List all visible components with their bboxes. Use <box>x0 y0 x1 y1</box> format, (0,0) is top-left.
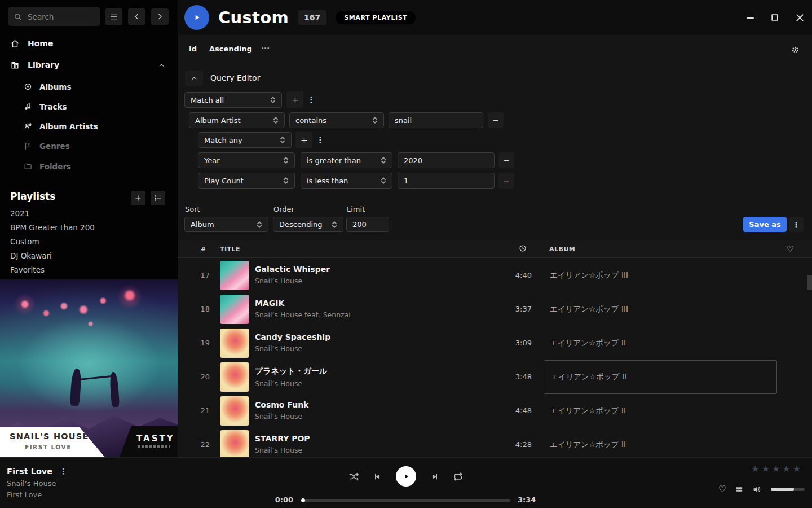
root-match-select[interactable]: Match all <box>184 92 282 108</box>
track-album[interactable]: エイリアン☆ポップ II <box>544 326 777 360</box>
playlist-item[interactable]: BPM Greater than 200 <box>0 221 178 235</box>
table-row[interactable]: 22 STARRY POP Snail’s House 4:28 エイリアン☆ポ… <box>178 428 812 457</box>
save-as-button[interactable]: Save as <box>743 217 787 232</box>
now-playing-artwork[interactable]: SNAIL'S HOUSE FIRST LOVE TASTY <box>0 279 178 457</box>
rule-field-select[interactable]: Year <box>198 152 295 168</box>
maximize-icon[interactable] <box>770 13 779 22</box>
track-album[interactable]: エイリアン☆ポップ III <box>544 259 777 292</box>
now-playing-album[interactable]: First Love <box>7 491 42 499</box>
rule-operator-select[interactable]: is less than <box>301 173 392 189</box>
column-album[interactable]: ALBUM <box>549 246 575 253</box>
group-menu-icon[interactable]: ⋮ <box>315 132 325 148</box>
playlist-item[interactable]: Favorites <box>0 263 178 277</box>
remove-rule-button[interactable]: − <box>498 173 514 189</box>
rule-field-select[interactable]: Album Artist <box>189 112 285 128</box>
table-row[interactable]: 21 Cosmo Funk Snail’s House 4:48 エイリアン☆ポ… <box>178 394 812 428</box>
add-playlist-button[interactable] <box>131 191 145 205</box>
track-artist[interactable]: Snail’s House <box>255 446 310 454</box>
table-row[interactable]: 17 Galactic Whisper Snail’s House 4:40 エ… <box>178 259 812 292</box>
rule-value-input[interactable] <box>398 173 495 189</box>
playlist-item[interactable]: 2021 <box>0 207 178 221</box>
album-thumbnail[interactable] <box>220 430 249 457</box>
table-row[interactable]: 19 Candy Spaceship Snail’s House 3:09 エイ… <box>178 326 812 360</box>
sidebar-item-folders[interactable]: Folders <box>0 159 178 173</box>
queue-icon[interactable] <box>735 485 744 494</box>
scrollbar-thumb[interactable] <box>807 275 812 290</box>
track-title[interactable]: STARRY POP <box>255 434 310 443</box>
rule-operator-select[interactable]: contains <box>289 112 384 128</box>
track-artist[interactable]: Snail’s House <box>255 277 330 285</box>
track-album[interactable]: エイリアン☆ポップ II <box>544 394 777 428</box>
track-artist[interactable]: Snail’s House feat. Sennzai <box>255 310 351 319</box>
save-menu-icon[interactable]: ⋮ <box>789 217 804 232</box>
rule-group-menu-icon[interactable]: ⋮ <box>306 91 316 108</box>
rule-value-input[interactable] <box>389 112 483 128</box>
star-icon[interactable]: ★ <box>772 463 782 474</box>
sort-order-button[interactable]: Ascending <box>209 45 252 53</box>
track-album[interactable]: エイリアン☆ポップ II <box>544 428 777 457</box>
more-options-icon[interactable]: ⋯ <box>261 43 270 54</box>
duration-column-clock-icon[interactable] <box>519 244 527 252</box>
album-thumbnail[interactable] <box>220 329 249 358</box>
group-match-select[interactable]: Match any <box>198 132 292 148</box>
seek-knob[interactable] <box>301 498 305 502</box>
favorite-column-heart-icon[interactable]: ♡ <box>787 244 794 253</box>
sidebar-item-library[interactable]: Library <box>0 57 178 73</box>
play-button[interactable] <box>396 466 416 487</box>
track-artist[interactable]: Snail’s House <box>255 412 308 421</box>
album-thumbnail[interactable] <box>220 362 249 392</box>
repeat-icon[interactable] <box>453 471 464 482</box>
sidebar-item-tracks[interactable]: Tracks <box>0 99 178 113</box>
album-thumbnail[interactable] <box>220 261 249 290</box>
sidebar-item-home[interactable]: Home <box>0 36 178 51</box>
volume-icon[interactable] <box>752 484 762 494</box>
remove-rule-button[interactable]: − <box>488 112 504 128</box>
table-row[interactable]: 20 プラネット・ガール Snail’s House 3:48 エイリアン☆ポッ… <box>178 360 812 394</box>
search-input[interactable]: Search <box>8 7 100 26</box>
star-icon[interactable]: ★ <box>762 463 772 474</box>
add-rule-button[interactable] <box>286 91 303 108</box>
playlist-item[interactable]: Custom <box>0 235 178 249</box>
playlist-item[interactable]: DJ Okawari <box>0 249 178 263</box>
track-album[interactable]: エイリアン☆ポップ II <box>544 360 777 394</box>
column-title[interactable]: TITLE <box>220 246 240 253</box>
table-row[interactable]: 18 MAGIK Snail’s House feat. Sennzai 3:3… <box>178 292 812 326</box>
sidebar-item-albums[interactable]: Albums <box>0 80 178 94</box>
playlist-list-icon[interactable] <box>151 191 165 205</box>
query-editor-collapse-button[interactable] <box>185 71 203 86</box>
nav-forward-button[interactable] <box>151 8 169 25</box>
sidebar-item-album-artists[interactable]: Album Artists <box>0 119 178 133</box>
sort-select[interactable]: Album <box>184 217 268 232</box>
favorite-heart-icon[interactable]: ♡ <box>718 484 726 494</box>
track-artist[interactable]: Snail’s House <box>255 379 327 388</box>
track-album[interactable]: エイリアン☆ポップ III <box>544 292 777 326</box>
track-artist[interactable]: Snail’s House <box>255 344 330 353</box>
seek-slider[interactable] <box>302 499 510 502</box>
track-title[interactable]: プラネット・ガール <box>255 366 327 376</box>
minimize-icon[interactable] <box>745 13 754 22</box>
rule-operator-select[interactable]: is greater than <box>301 152 392 168</box>
volume-slider[interactable] <box>771 488 805 491</box>
play-playlist-button[interactable] <box>184 5 209 30</box>
column-index[interactable]: # <box>201 246 206 253</box>
star-icon[interactable]: ★ <box>782 463 792 474</box>
close-icon[interactable] <box>795 13 804 22</box>
track-title[interactable]: Candy Spaceship <box>255 332 330 341</box>
add-group-rule-button[interactable] <box>295 132 312 148</box>
gear-icon[interactable] <box>791 45 800 55</box>
limit-input[interactable] <box>346 217 389 232</box>
nav-back-button[interactable] <box>128 8 145 25</box>
track-title[interactable]: Cosmo Funk <box>255 400 308 409</box>
track-title[interactable]: MAGIK <box>255 299 351 308</box>
rule-value-input[interactable] <box>398 152 495 168</box>
rule-field-select[interactable]: Play Count <box>198 173 295 189</box>
album-thumbnail[interactable] <box>220 295 249 324</box>
sidebar-item-genres[interactable]: Genres <box>0 139 178 153</box>
track-title[interactable]: Galactic Whisper <box>255 265 330 274</box>
album-thumbnail[interactable] <box>220 396 249 426</box>
shuffle-icon[interactable] <box>348 471 359 482</box>
sort-field-button[interactable]: Id <box>189 45 197 53</box>
remove-rule-button[interactable]: − <box>498 152 514 168</box>
previous-track-icon[interactable] <box>373 472 382 481</box>
star-icon[interactable]: ★ <box>793 463 803 474</box>
